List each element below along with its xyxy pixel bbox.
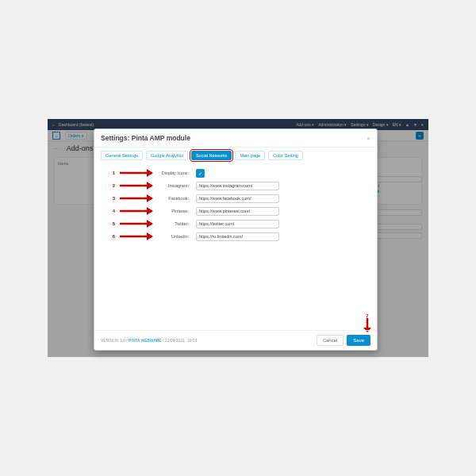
version-info: VERSION 1.0 / PINTA WEBWARE / 12/09/2021… — [101, 338, 197, 343]
close-icon[interactable]: × — [367, 135, 370, 142]
svg-marker-5 — [147, 194, 153, 202]
row-instagram: 2 Instagram: — [101, 179, 370, 192]
modal-header: Settings: Pinta AMP module × — [94, 129, 377, 148]
app-window: ⌂ Dashboard (fastest) Add-ons ▾ Administ… — [48, 119, 428, 357]
annotation-2: 2 — [109, 183, 115, 188]
label-linkedin: Linkedin: — [156, 234, 192, 239]
input-twitter[interactable] — [196, 220, 279, 228]
modal-tabs: General Settings Google Analytics Social… — [94, 148, 377, 160]
input-linkedin[interactable] — [196, 232, 279, 241]
label-facebook: Facebook: — [156, 196, 192, 201]
tab-social-networks[interactable]: Social Networks — [191, 151, 232, 160]
tab-color-setting[interactable]: Color Setting — [268, 151, 303, 160]
modal-title: Settings: Pinta AMP module — [101, 134, 190, 142]
vendor-link[interactable]: PINTA WEBWARE — [129, 338, 162, 343]
annotation-6: 6 — [109, 234, 115, 239]
version-date: 12/09/2021, 16:03 — [165, 338, 197, 343]
row-twitter: 5 Twitter: — [101, 217, 370, 230]
input-instagram[interactable] — [196, 182, 279, 190]
tab-general-settings[interactable]: General Settings — [101, 151, 143, 160]
row-linkedin: 6 Linkedin: — [101, 230, 370, 243]
modal-footer: VERSION 1.0 / PINTA WEBWARE / 12/09/2021… — [94, 330, 377, 350]
modal-body: 1 Display Icons: ✓ 2 Instagram: 3 — [94, 160, 377, 330]
svg-marker-7 — [147, 207, 153, 215]
svg-marker-9 — [147, 220, 153, 228]
label-pinterest: Pinteres: — [156, 209, 192, 213]
cancel-button[interactable]: Cancel — [317, 335, 344, 346]
arrow-icon — [118, 179, 153, 192]
row-pinterest: 4 Pinteres: — [101, 205, 370, 217]
annotation-1: 1 — [109, 171, 115, 175]
label-instagram: Instagram: — [156, 183, 192, 188]
arrow-icon — [118, 192, 153, 205]
settings-modal: Settings: Pinta AMP module × General Set… — [94, 129, 378, 351]
arrow-icon — [118, 167, 153, 179]
save-button[interactable]: Save — [347, 335, 370, 346]
input-pinterest[interactable] — [196, 207, 279, 216]
svg-marker-11 — [147, 232, 153, 240]
input-facebook[interactable] — [196, 194, 279, 203]
annotation-3: 3 — [109, 196, 115, 201]
svg-marker-3 — [147, 182, 153, 190]
checkbox-display-icons[interactable]: ✓ — [196, 169, 205, 178]
arrow-icon — [118, 230, 153, 243]
svg-marker-1 — [147, 169, 153, 177]
tab-google-analytics[interactable]: Google Analytics — [146, 151, 188, 160]
arrow-icon — [118, 217, 153, 230]
annotation-4: 4 — [109, 209, 115, 213]
tab-main-page[interactable]: Main page — [235, 151, 265, 160]
annotation-5: 5 — [109, 221, 115, 226]
row-facebook: 3 Facebook: — [101, 192, 370, 205]
row-display-icons: 1 Display Icons: ✓ — [101, 167, 370, 179]
arrow-icon — [118, 205, 153, 217]
label-display-icons: Display Icons: — [156, 171, 192, 175]
label-twitter: Twitter: — [156, 221, 192, 226]
